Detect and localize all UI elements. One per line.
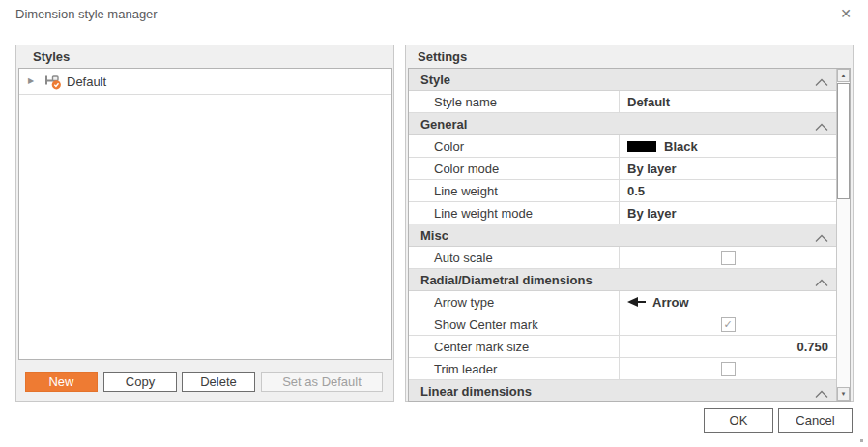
property-label: Style name [409,91,620,112]
dimension-style-icon [44,73,62,90]
section-label: Linear dimensions [420,384,532,399]
copy-button[interactable]: Copy [103,372,177,392]
tree-expand-icon[interactable]: ▶ [28,69,38,94]
scroll-up-icon[interactable]: ▲ [837,69,850,82]
collapse-chevron-icon[interactable] [814,276,829,284]
row-line-weight-mode: Line weight mode By layer [409,202,836,224]
check-icon: ✓ [723,318,732,330]
new-button[interactable]: New [25,372,98,392]
color-value-label: Black [664,139,698,154]
row-auto-scale: Auto scale [409,247,836,269]
section-linear-dimensions[interactable]: Linear dimensions [409,380,836,402]
auto-scale-checkbox[interactable] [721,251,736,265]
section-misc[interactable]: Misc [409,224,836,247]
settings-panel: Settings Style Style name Default Genera… [405,45,854,402]
tree-item-default[interactable]: ▶ Default [19,69,391,95]
color-value[interactable]: Black [620,135,836,157]
collapse-chevron-icon[interactable] [814,387,829,396]
styles-panel-header: Styles [16,45,393,68]
section-label: Radial/Diametral dimensions [420,273,593,287]
section-general[interactable]: General [409,113,836,135]
delete-button[interactable]: Delete [182,372,255,392]
property-label: Line weight [409,180,620,201]
row-color-mode: Color mode By layer [409,158,836,180]
color-swatch-black [627,141,656,152]
arrow-icon [627,297,646,307]
row-center-mark-size: Center mark size 0.750 [409,336,836,358]
row-arrow-type: Arrow type Arrow [409,291,836,313]
row-trim-leader: Trim leader [409,358,836,380]
row-show-center-mark: Show Center mark ✓ [409,313,836,336]
tree-item-label: Default [67,74,106,89]
line-weight-value[interactable]: 0.5 [620,180,836,201]
settings-grid: Style Style name Default General Color [408,68,851,402]
property-label: Color [409,135,620,157]
cancel-button[interactable]: Cancel [778,408,853,433]
property-label: Line weight mode [409,202,620,224]
settings-scrollbar[interactable]: ▲ ▼ [836,69,850,401]
show-center-mark-checkbox[interactable]: ✓ [721,317,736,332]
arrow-type-value[interactable]: Arrow [620,291,836,313]
arrow-type-label: Arrow [652,295,689,310]
property-label: Color mode [409,158,620,179]
property-label: Center mark size [409,336,620,357]
line-weight-mode-value[interactable]: By layer [620,202,836,224]
row-style-name: Style name Default [409,91,836,113]
property-label: Arrow type [409,291,620,313]
trim-leader-checkbox[interactable] [721,362,736,376]
color-mode-value[interactable]: By layer [620,158,836,179]
resize-grip[interactable] [860,439,863,442]
dialog-title: Dimension style manager [15,7,158,21]
style-name-value[interactable]: Default [620,91,836,112]
collapse-chevron-icon[interactable] [814,75,829,84]
row-color: Color Black [409,135,836,158]
section-radial-diametral[interactable]: Radial/Diametral dimensions [409,269,836,291]
dimension-style-manager-dialog: { "window": { "title": "Dimension style … [0,0,868,447]
close-icon[interactable]: ✕ [837,5,854,22]
section-label: General [420,117,467,132]
property-label: Trim leader [409,358,620,379]
styles-panel: Styles ▶ Default New Copy Delete Set as … [15,45,394,402]
section-label: Misc [420,228,448,243]
scroll-down-icon[interactable]: ▼ [837,387,850,401]
ok-button[interactable]: OK [704,408,773,433]
section-style[interactable]: Style [409,69,836,91]
row-line-weight: Line weight 0.5 [409,180,836,202]
center-mark-size-value[interactable]: 0.750 [620,336,836,357]
collapse-chevron-icon[interactable] [814,231,829,240]
scrollbar-thumb[interactable] [837,83,850,199]
set-as-default-button: Set as Default [261,372,383,392]
styles-tree: ▶ Default [18,68,392,360]
property-label: Show Center mark [409,313,620,335]
collapse-chevron-icon[interactable] [814,120,829,129]
property-label: Auto scale [409,247,620,268]
section-label: Style [420,73,450,87]
settings-panel-header: Settings [406,45,853,68]
